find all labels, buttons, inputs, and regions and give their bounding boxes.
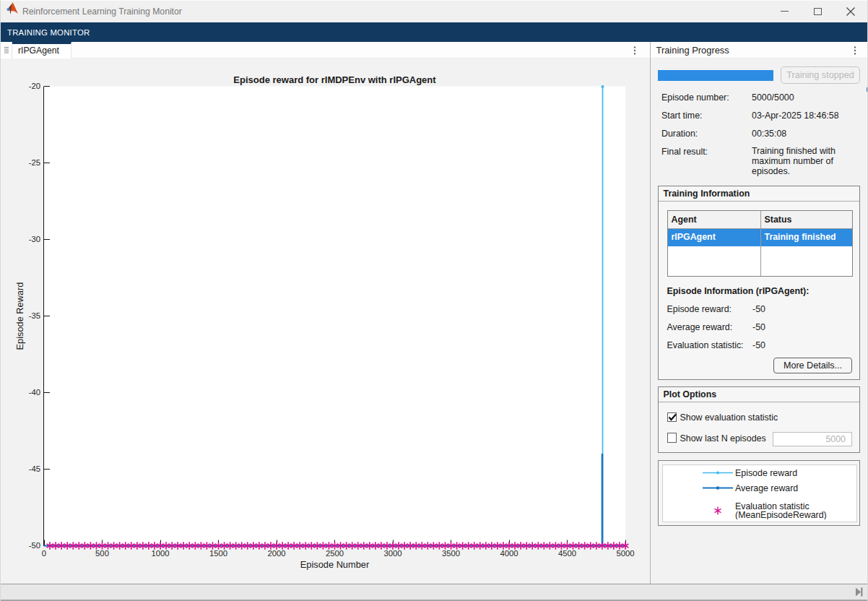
svg-text:0: 0 [42, 549, 46, 558]
svg-text:1500: 1500 [209, 549, 227, 558]
svg-text:5000: 5000 [616, 549, 634, 558]
svg-text:4500: 4500 [558, 549, 576, 558]
svg-text:2500: 2500 [326, 549, 344, 558]
svg-text:-30: -30 [29, 235, 40, 243]
svg-text:(MeanEpisodeReward): (MeanEpisodeReward) [735, 510, 827, 519]
svg-text:Episode reward: Episode reward [735, 468, 797, 478]
svg-text:3000: 3000 [383, 549, 402, 558]
svg-text:-45: -45 [29, 464, 40, 473]
svg-text:4000: 4000 [500, 549, 518, 558]
svg-text:-20: -20 [29, 82, 40, 90]
svg-text:500: 500 [95, 549, 109, 558]
svg-text:Average reward: Average reward [735, 483, 798, 493]
svg-text:-50: -50 [29, 541, 40, 550]
svg-text:3500: 3500 [442, 549, 460, 558]
svg-text:Episode reward for rIMDPEnv wi: Episode reward for rIMDPEnv with rIPGAge… [233, 74, 436, 85]
svg-text:1000: 1000 [151, 549, 169, 558]
svg-text:-35: -35 [29, 311, 40, 320]
svg-text:2000: 2000 [267, 549, 285, 558]
svg-text:-40: -40 [29, 388, 40, 397]
svg-text:Episode Reward: Episode Reward [14, 282, 25, 350]
svg-text:-25: -25 [29, 158, 40, 167]
svg-text:Episode Number: Episode Number [300, 559, 370, 570]
